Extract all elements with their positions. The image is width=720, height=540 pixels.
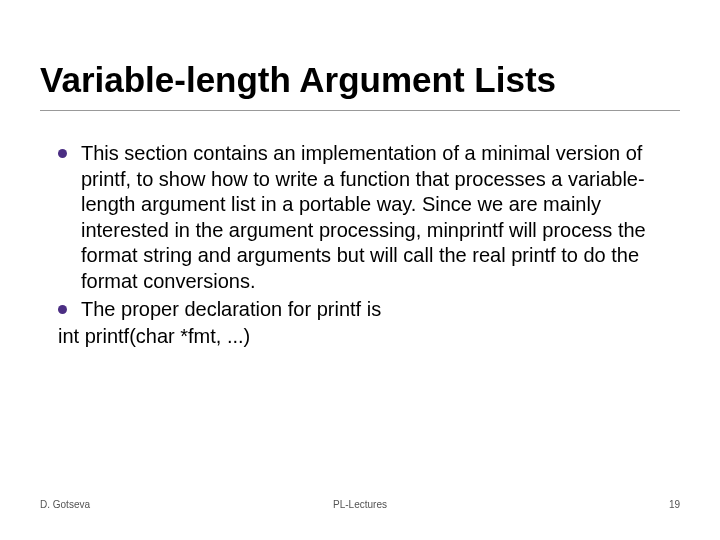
bullet-item: The proper declaration for printf is — [58, 297, 680, 323]
code-line: int printf(char *fmt, ...) — [58, 324, 680, 350]
slide-title: Variable-length Argument Lists — [40, 60, 680, 111]
bullet-text: This section contains an implementation … — [81, 141, 680, 295]
footer-author: D. Gotseva — [40, 499, 90, 510]
bullet-icon — [58, 305, 67, 314]
page-number: 19 — [669, 499, 680, 510]
slide-footer: D. Gotseva PL-Lectures 19 — [0, 499, 720, 510]
slide: Variable-length Argument Lists This sect… — [0, 0, 720, 540]
footer-title: PL-Lectures — [333, 499, 387, 510]
bullet-item: This section contains an implementation … — [58, 141, 680, 295]
bullet-icon — [58, 149, 67, 158]
bullet-text: The proper declaration for printf is — [81, 297, 381, 323]
slide-content: This section contains an implementation … — [40, 141, 680, 350]
